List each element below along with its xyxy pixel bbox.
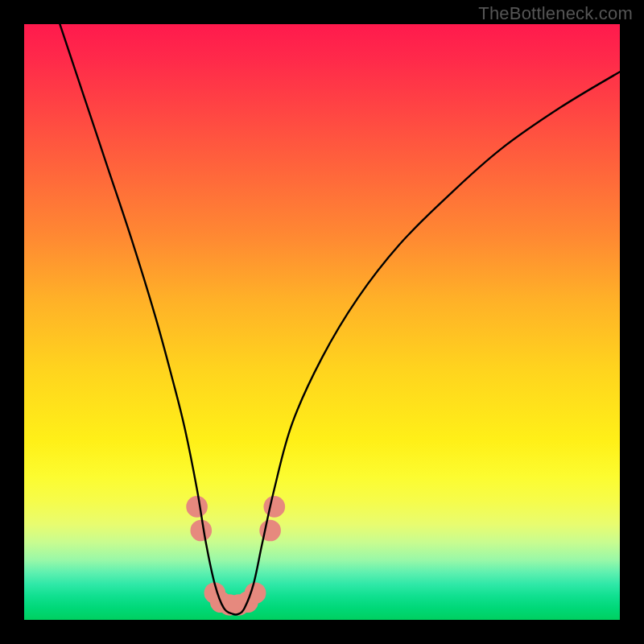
chart-frame: TheBottleneck.com: [0, 0, 644, 644]
highlight-dot: [186, 496, 208, 518]
watermark-text: TheBottleneck.com: [478, 3, 633, 24]
bottleneck-curve: [60, 24, 620, 615]
plot-area: [24, 24, 620, 620]
highlight-dot: [190, 520, 212, 542]
chart-svg: [24, 24, 620, 620]
highlight-dot: [263, 496, 285, 518]
